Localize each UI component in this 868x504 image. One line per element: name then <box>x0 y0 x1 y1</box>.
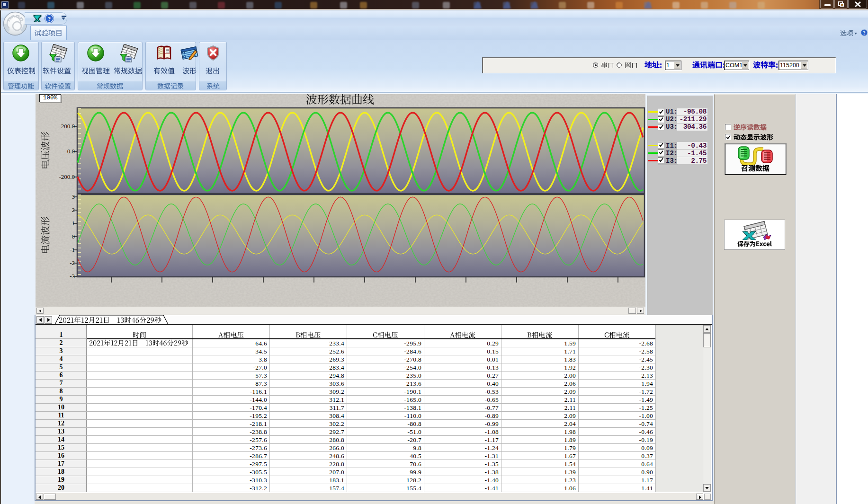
svg-text:?: ? <box>48 15 51 22</box>
svg-text:?: ? <box>863 30 866 35</box>
